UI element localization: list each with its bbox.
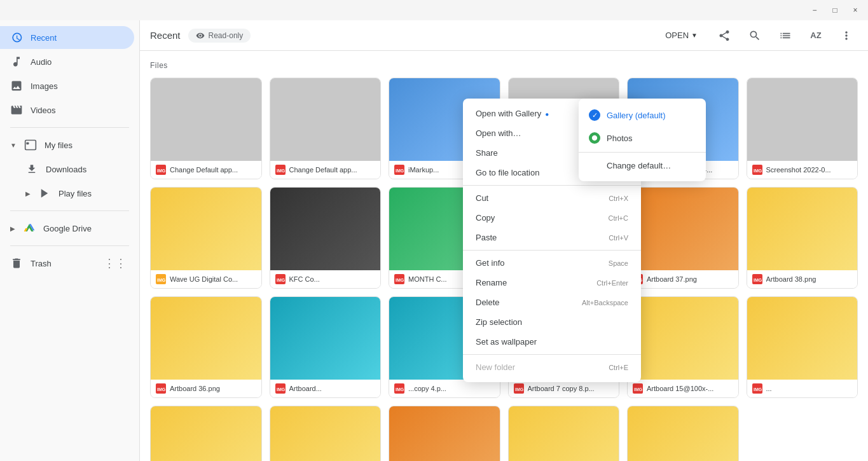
- context-item-shortcut: Ctrl+C: [609, 214, 628, 222]
- file-card[interactable]: IMG Artboard 37.png: [627, 187, 739, 289]
- close-button[interactable]: ×: [848, 3, 863, 18]
- context-item-shortcut: Ctrl+V: [609, 234, 628, 242]
- file-info: IMG Artboard 36.png: [151, 380, 261, 397]
- file-thumbnail: [151, 78, 261, 161]
- context-item-label: Set as wallpaper: [476, 337, 537, 347]
- file-thumbnail: [151, 188, 261, 270]
- context-item-left: Zip selection: [476, 317, 522, 327]
- file-info: IMG Artboard...: [270, 380, 381, 397]
- file-name: Wave UG Digital Co...: [170, 275, 238, 283]
- sort-button[interactable]: AZ: [804, 24, 827, 47]
- file-card[interactable]: IMG Sanyusa Landlady: [508, 406, 620, 461]
- file-card[interactable]: IMG ...: [389, 406, 500, 461]
- context-item-shortcut: Ctrl+X: [609, 195, 628, 202]
- file-card[interactable]: IMG Artboard...: [270, 296, 382, 398]
- context-menu-item-zip[interactable]: Zip selection: [463, 312, 641, 332]
- context-menu-item-copy[interactable]: Copy Ctrl+C: [463, 208, 641, 228]
- file-name: Artboard 36.png: [170, 385, 220, 392]
- file-thumbnail: [747, 188, 858, 270]
- file-name: KFC Co...: [289, 275, 320, 283]
- file-card[interactable]: IMG Screenshot 2022-0...: [747, 78, 858, 179]
- file-thumbnail: [270, 78, 381, 161]
- file-card[interactable]: IMG Send home...: [150, 406, 262, 461]
- submenu-item-gallery[interactable]: ✓Gallery (default): [579, 104, 706, 127]
- googledrive-icon: [23, 222, 36, 235]
- file-card[interactable]: IMG Artboard 15@100x-...: [627, 296, 739, 398]
- sidebar-item-videos[interactable]: Videos: [0, 99, 134, 121]
- submenu-label: Photos: [607, 134, 632, 143]
- sidebar-item-downloads[interactable]: Downloads: [0, 158, 134, 181]
- open-button[interactable]: OPEN ▼: [658, 27, 705, 44]
- file-card[interactable]: IMG Wave UG Digital Co...: [150, 187, 262, 289]
- context-menu-item-set-wallpaper[interactable]: Set as wallpaper: [463, 332, 641, 352]
- sidebar: Recent Audio Images Videos ▼: [0, 20, 140, 461]
- file-card[interactable]: IMG Change Default app...: [150, 78, 262, 179]
- context-menu-item-new-folder: New folder Ctrl+E: [463, 357, 641, 377]
- sidebar-label-recent: Recent: [31, 33, 57, 43]
- trash-more-icon[interactable]: ⋮⋮: [104, 256, 127, 270]
- file-name: Artboard 37.png: [647, 275, 697, 283]
- svg-text:IMG: IMG: [634, 387, 643, 392]
- svg-text:IMG: IMG: [396, 278, 404, 282]
- gallery-dot: ✓: [589, 109, 600, 121]
- sidebar-item-trash[interactable]: Trash ⋮⋮: [0, 252, 134, 275]
- context-menu-divider: [463, 185, 641, 186]
- file-type-icon: IMG: [394, 383, 404, 394]
- svg-text:IMG: IMG: [157, 169, 166, 173]
- context-menu-item-delete[interactable]: Delete Alt+Backspace: [463, 292, 641, 312]
- sidebar-item-myfiles[interactable]: ▼ My files: [0, 134, 134, 156]
- file-type-icon: IMG: [633, 383, 643, 394]
- sidebar-label-downloads: Downloads: [46, 165, 86, 174]
- sidebar-item-recent[interactable]: Recent: [0, 26, 134, 49]
- readonly-badge: Read-only: [188, 29, 251, 43]
- list-view-button[interactable]: [774, 24, 797, 47]
- file-card[interactable]: IMG ...: [747, 296, 858, 398]
- sidebar-item-playfiles[interactable]: ▶ Play files: [0, 182, 134, 205]
- sidebar-item-googledrive[interactable]: ▶ Google Drive: [0, 217, 134, 240]
- search-button[interactable]: [743, 24, 766, 47]
- context-menu-item-paste[interactable]: Paste Ctrl+V: [463, 228, 641, 247]
- googledrive-expand-icon: ▶: [10, 225, 15, 232]
- submenu-label: Gallery (default): [607, 111, 665, 120]
- file-card[interactable]: IMG Artboard 38.png: [747, 187, 858, 289]
- context-item-label: Get info: [476, 258, 505, 268]
- file-type-icon: IMG: [752, 165, 762, 175]
- sidebar-item-audio[interactable]: Audio: [0, 50, 134, 73]
- file-card[interactable]: IMG Artboard 36.png: [150, 296, 262, 398]
- context-menu-item-rename[interactable]: Rename Ctrl+Enter: [463, 273, 641, 292]
- context-item-label: Zip selection: [476, 317, 522, 327]
- svg-marker-2: [41, 189, 48, 198]
- sidebar-item-images[interactable]: Images: [0, 74, 134, 97]
- svg-text:IMG: IMG: [396, 387, 404, 392]
- file-name: Change Default app...: [170, 166, 238, 174]
- submenu-item-photos[interactable]: Photos: [579, 127, 706, 149]
- context-item-label: Go to file location: [476, 168, 539, 177]
- sidebar-label-playfiles: Play files: [59, 189, 92, 198]
- file-card[interactable]: IMG ...: [270, 406, 382, 461]
- file-thumbnail: [389, 406, 500, 461]
- context-item-label: Delete: [476, 298, 500, 307]
- maximize-button[interactable]: □: [827, 3, 843, 18]
- file-name: Artboard 38.png: [766, 275, 816, 283]
- readonly-label: Read-only: [209, 31, 244, 40]
- context-item-left: Open with Gallery●: [476, 109, 549, 118]
- file-info: IMG Screenshot 2022-0...: [747, 161, 858, 179]
- submenu-item-change-default[interactable]: Change default…: [579, 155, 706, 176]
- more-menu-button[interactable]: [835, 24, 858, 47]
- minimize-button[interactable]: −: [807, 3, 822, 18]
- file-thumbnail: [628, 297, 738, 380]
- sort-az-icon: AZ: [810, 31, 821, 40]
- context-menu-item-cut[interactable]: Cut Ctrl+X: [463, 188, 641, 208]
- context-item-left: Cut: [476, 193, 488, 203]
- open-with-submenu: ✓Gallery (default) PhotosChange default…: [579, 99, 706, 181]
- context-menu-item-get-info[interactable]: Get info Space: [463, 253, 641, 273]
- file-card[interactable]: IMG KFC Co...: [270, 187, 382, 289]
- share-button[interactable]: [713, 24, 736, 47]
- svg-text:IMG: IMG: [157, 387, 166, 392]
- downloads-icon: [25, 163, 38, 175]
- file-card[interactable]: IMG Sanyusa Landlady: [627, 406, 739, 461]
- file-card[interactable]: IMG Change Default app...: [270, 78, 382, 179]
- context-item-shortcut: Ctrl+E: [609, 364, 628, 371]
- context-item-shortcut: Alt+Backspace: [582, 299, 628, 306]
- sidebar-divider-1: [10, 127, 129, 128]
